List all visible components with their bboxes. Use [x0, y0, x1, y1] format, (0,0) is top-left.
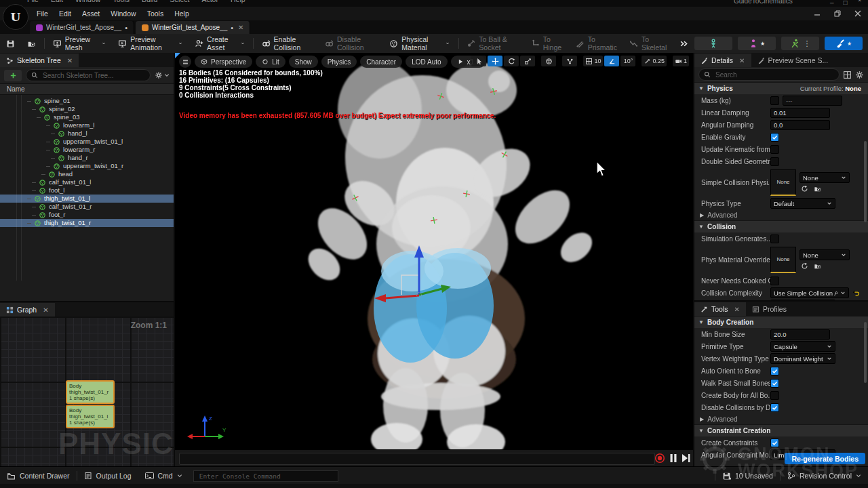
pause-button[interactable] — [669, 453, 677, 463]
physics-type-dropdown[interactable]: Default — [770, 198, 835, 209]
asset-thumbnail[interactable]: None — [770, 169, 796, 196]
world-space-button[interactable] — [541, 56, 556, 66]
graph-node-thigh-twist-01-l[interactable]: Bodythigh_twist_01_l1 shape(s) — [66, 405, 115, 428]
rotate-tool-button[interactable] — [504, 56, 519, 66]
toolbar-create-asset-button[interactable]: Create Asset — [189, 34, 251, 53]
menu-window[interactable]: Window — [105, 9, 141, 18]
mode-options-icon[interactable]: ⋮ — [804, 39, 811, 48]
rotation-snap-button[interactable] — [604, 56, 619, 66]
toolbar-overflow-button[interactable] — [673, 34, 694, 53]
use-selected-asset-icon[interactable] — [801, 185, 808, 192]
section-body-creation[interactable]: ▼Body Creation — [694, 316, 868, 328]
checkbox[interactable] — [770, 391, 779, 400]
tree-item-thigh-twist-01-r[interactable]: thigh_twist_01_r — [0, 219, 174, 227]
asset-tab-0[interactable]: WinterGirl_test_Apose__• — [30, 21, 134, 34]
checkbox[interactable] — [770, 403, 779, 412]
tree-item-foot-r[interactable]: foot_r — [0, 211, 174, 219]
close-tab-icon[interactable]: ✕ — [67, 57, 73, 64]
section-physics[interactable]: ▼PhysicsCurrent Profile: None — [694, 82, 868, 94]
tree-settings-button[interactable] — [155, 71, 170, 79]
use-selected-asset-icon[interactable] — [801, 262, 808, 270]
unsaved-assets-button[interactable]: ★ 10 Unsaved — [715, 467, 780, 485]
vertex-weighting-type-dropdown[interactable]: Dominant Weight — [770, 353, 835, 364]
menu-tools[interactable]: Tools — [142, 9, 170, 18]
details-search[interactable] — [698, 68, 840, 81]
console-command-input[interactable] — [198, 472, 334, 481]
tree-item-calf-twist-01-r[interactable]: calf_twist_01_r — [0, 203, 174, 211]
move-tool-button[interactable] — [488, 56, 502, 66]
primitive-type-dropdown[interactable]: Capsule — [770, 341, 835, 352]
checkbox[interactable] — [770, 367, 779, 375]
graph-canvas[interactable]: Zoom 1:1 Bodythigh_twist_01_r1 shape(s)B… — [0, 317, 174, 466]
menu-edit[interactable]: Edit — [54, 9, 77, 18]
cmd-button[interactable]: Cmd — [138, 467, 189, 485]
tree-item-lowerarm-r[interactable]: lowerarm_r — [0, 146, 174, 154]
checkbox[interactable] — [770, 145, 779, 154]
details-scrollbar[interactable] — [864, 141, 867, 222]
checkbox[interactable] — [770, 157, 779, 166]
output-log-button[interactable]: Output Log — [77, 467, 138, 485]
toolbar-browse-button[interactable] — [21, 34, 42, 53]
viewport-perspective-button[interactable]: Perspective — [195, 56, 252, 68]
tree-item-upperarm-twist-01-l[interactable]: upperarm_twist_01_l — [0, 138, 174, 146]
checkbox[interactable] — [770, 96, 779, 105]
add-bone-button[interactable] — [4, 70, 22, 81]
tree-item-upperarm-twist-01-r[interactable]: upperarm_twist_01_r — [0, 162, 174, 170]
viewport-lod-button[interactable]: LOD Auto — [406, 56, 447, 68]
viewport-lit-button[interactable]: Lit — [256, 56, 285, 68]
tree-item-calf-twist-01-l[interactable]: calf_twist_01_l — [0, 178, 174, 186]
reset-to-default-icon[interactable] — [852, 289, 860, 297]
menu-asset[interactable]: Asset — [77, 9, 105, 18]
tree-item-spine-03[interactable]: spine_03 — [0, 113, 174, 121]
step-forward-button[interactable] — [682, 453, 690, 463]
graph-node-thigh-twist-01-r[interactable]: Bodythigh_twist_01_r1 shape(s) — [66, 380, 115, 404]
close-tab-icon[interactable]: ✕ — [238, 24, 243, 31]
viewport-character-button[interactable]: Character — [360, 56, 402, 68]
tree-item-hand-r[interactable]: hand_r — [0, 154, 174, 162]
checkbox[interactable] — [770, 439, 779, 447]
restore-button[interactable] — [834, 10, 841, 17]
linear-damping-input[interactable]: 0.01 — [770, 108, 830, 118]
tab-skeleton-tree[interactable]: Skeleton Tree ✕ — [0, 54, 79, 67]
toolbar-preview-animation-button[interactable]: Preview Animation — [112, 34, 189, 53]
close-button[interactable] — [854, 10, 861, 17]
toolbar-disable-collision-button[interactable]: Disable Collision — [319, 34, 383, 53]
unreal-logo[interactable]: U — [3, 4, 28, 30]
simple-collision-physi-dropdown[interactable]: None — [800, 172, 850, 183]
section-constraint-creation[interactable]: ▼Constraint Creation — [694, 424, 868, 436]
skeleton-search[interactable] — [26, 69, 151, 81]
angular-damping-input[interactable]: 0.0 — [770, 120, 830, 130]
mode-animation-button[interactable]: ⋮ — [781, 37, 819, 50]
mode-skeleton-button[interactable] — [694, 37, 732, 50]
display-filter-icon[interactable] — [843, 70, 852, 79]
console-command-box[interactable] — [193, 470, 338, 482]
mode-physics-button[interactable]: ★ — [825, 37, 863, 50]
collision-complexity-dropdown[interactable]: Use Simple Collision As Com — [770, 287, 849, 298]
surface-snap-button[interactable] — [562, 56, 577, 66]
scale-snap-button[interactable]: 0.25 — [642, 56, 667, 66]
checkbox[interactable] — [770, 235, 779, 243]
section-collision[interactable]: ▼Collision — [694, 220, 868, 232]
tree-item-foot-l[interactable]: foot_l — [0, 186, 174, 195]
phys-material-override-dropdown[interactable]: None — [800, 249, 850, 260]
tab-details[interactable]: Details ✕ — [694, 54, 751, 67]
content-drawer-button[interactable]: Content Drawer — [0, 467, 77, 485]
bg-menu-icon[interactable]: ⌃ — [857, 0, 863, 6]
viewport-physics-button[interactable]: Physics — [321, 56, 357, 68]
tools-scrollbar[interactable] — [864, 322, 867, 383]
tree-item-lowerarm-l[interactable]: lowerarm_l — [0, 121, 174, 129]
menu-help[interactable]: Help — [169, 9, 195, 18]
toolbar-preview-mesh-button[interactable]: Preview Mesh — [47, 34, 112, 53]
mode-mesh-button[interactable]: ★ — [738, 37, 776, 50]
viewport-show-button[interactable]: Show — [289, 56, 318, 68]
revision-control-button[interactable]: Revision Control — [781, 467, 868, 485]
record-button[interactable] — [654, 453, 665, 464]
section-advanced[interactable]: ▶Advanced — [694, 413, 868, 424]
toolbar-save-button[interactable] — [0, 34, 21, 53]
viewport[interactable]: Z Y PerspectiveLitShowPhysicsCharacterLO… — [175, 53, 693, 449]
tab-graph[interactable]: Graph ✕ — [0, 303, 55, 317]
rotation-snap-value[interactable]: 10° — [620, 56, 635, 66]
toolbar-physical-material-button[interactable]: Physical Material — [383, 34, 456, 53]
grid-snap-button[interactable]: 10 — [583, 56, 603, 66]
toolbar-enable-collision-button[interactable]: Enable Collision — [256, 34, 319, 53]
